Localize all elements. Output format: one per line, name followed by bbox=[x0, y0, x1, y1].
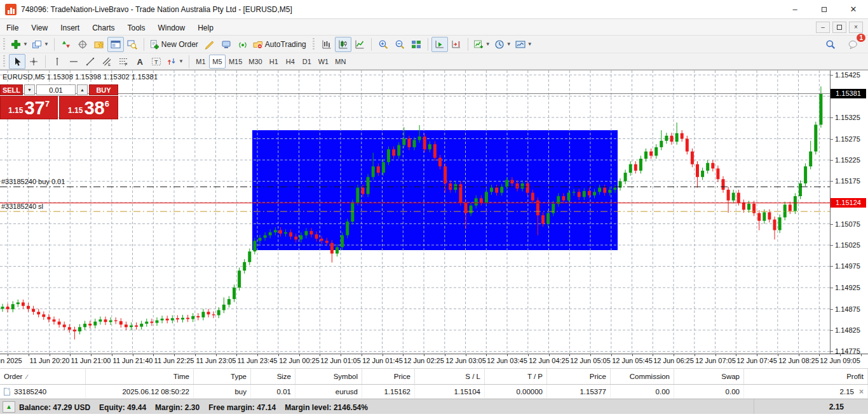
market-watch-button[interactable] bbox=[58, 37, 74, 52]
timeframe-m5[interactable]: M5 bbox=[209, 55, 226, 69]
timeframe-mn[interactable]: MN bbox=[332, 55, 349, 69]
metaeditor-button[interactable] bbox=[201, 37, 218, 52]
close-button[interactable]: ✕ bbox=[839, 0, 868, 19]
restore-button[interactable] bbox=[810, 0, 839, 19]
svg-text:#33185240 sl: #33185240 sl bbox=[1, 203, 43, 210]
autotrading-button[interactable]: AutoTrading bbox=[251, 37, 309, 52]
mdi-minimize-button[interactable]: – bbox=[816, 22, 830, 33]
community-button[interactable] bbox=[218, 37, 234, 52]
time-axis[interactable]: Jun 202511 Jun 20:2011 Jun 21:0011 Jun 2… bbox=[0, 354, 868, 366]
chevron-down-icon[interactable]: ▼ bbox=[23, 41, 28, 47]
column-header-time[interactable]: Time bbox=[86, 369, 194, 384]
column-header-type[interactable]: Type bbox=[194, 369, 251, 384]
volume-decrease-button[interactable]: ▼ bbox=[24, 84, 35, 95]
tile-windows-button[interactable] bbox=[408, 37, 424, 52]
text-label-button[interactable]: T bbox=[148, 54, 165, 69]
cursor-button[interactable] bbox=[9, 54, 25, 69]
profiles-button[interactable]: ▼ bbox=[30, 37, 51, 52]
signals-button[interactable] bbox=[234, 37, 251, 52]
menu-item-charts[interactable]: Charts bbox=[86, 21, 121, 35]
price-tick: 1.15225 bbox=[835, 156, 868, 164]
navigator-button[interactable] bbox=[91, 37, 107, 52]
timeframe-w1[interactable]: W1 bbox=[315, 55, 332, 69]
toolbar-grip[interactable] bbox=[2, 55, 7, 68]
templates-button[interactable]: ▼ bbox=[513, 37, 534, 52]
column-header-swap[interactable]: Swap bbox=[674, 369, 744, 384]
menu-item-window[interactable]: Window bbox=[152, 21, 192, 35]
horizontal-line-button[interactable] bbox=[65, 54, 82, 69]
new-chart-button[interactable]: ▼ bbox=[9, 37, 30, 52]
zoom-in-button[interactable] bbox=[375, 37, 391, 52]
column-header-commission[interactable]: Commission bbox=[611, 369, 674, 384]
text-icon: A bbox=[135, 57, 145, 67]
chevron-down-icon[interactable]: ▼ bbox=[485, 41, 491, 47]
timeframe-m30[interactable]: M30 bbox=[245, 55, 265, 69]
mdi-close-button[interactable]: × bbox=[849, 22, 863, 33]
column-header-profit[interactable]: Profit bbox=[744, 369, 868, 384]
time-tick bbox=[507, 354, 508, 356]
search-button[interactable] bbox=[822, 37, 839, 52]
column-header-symbol[interactable]: Symbol bbox=[295, 369, 362, 384]
timeframe-h1[interactable]: H1 bbox=[266, 55, 282, 69]
column-header-price[interactable]: Price bbox=[547, 369, 611, 384]
equidistant-channel-button[interactable]: E bbox=[98, 54, 115, 69]
bar-chart-button[interactable] bbox=[318, 37, 335, 52]
notifications-button[interactable]: 1 bbox=[845, 37, 862, 52]
toolbar-grip[interactable] bbox=[2, 38, 7, 51]
column-header-size[interactable]: Size bbox=[251, 369, 295, 384]
line-chart-button[interactable] bbox=[351, 37, 368, 52]
chevron-down-icon[interactable]: ▼ bbox=[506, 41, 512, 47]
chevron-down-icon[interactable]: ▼ bbox=[44, 41, 49, 47]
menu-item-file[interactable]: File bbox=[0, 21, 25, 35]
zoom-out-button[interactable] bbox=[391, 37, 408, 52]
chart-shift-button[interactable] bbox=[448, 37, 465, 52]
mdi-restore-button[interactable] bbox=[832, 22, 846, 33]
buy-button[interactable]: BUY bbox=[89, 84, 118, 95]
column-header-price[interactable]: Price bbox=[362, 369, 415, 384]
timeframe-m1[interactable]: M1 bbox=[193, 55, 209, 69]
text-button[interactable]: A bbox=[132, 54, 148, 69]
sort-indicator[interactable]: ∕ bbox=[26, 373, 27, 380]
chart-canvas[interactable]: #33185240 buy 0.01#33185240 sl bbox=[0, 70, 830, 354]
strategy-tester-button[interactable] bbox=[124, 37, 140, 52]
timeframe-d1[interactable]: D1 bbox=[299, 55, 315, 69]
sell-price-panel[interactable]: 1.15377 bbox=[0, 96, 58, 119]
timeframe-m15[interactable]: M15 bbox=[226, 55, 245, 69]
new-order-button[interactable]: New Order bbox=[147, 37, 201, 52]
toolbar-grip[interactable] bbox=[311, 38, 316, 51]
menu-item-view[interactable]: View bbox=[25, 21, 54, 35]
auto-scroll-button[interactable] bbox=[431, 37, 448, 52]
arrows-button[interactable]: ▼ bbox=[165, 54, 186, 69]
menu-item-insert[interactable]: Insert bbox=[54, 21, 86, 35]
periods-button[interactable]: ▼ bbox=[492, 37, 513, 52]
sell-button[interactable]: SELL bbox=[0, 84, 23, 95]
chevron-down-icon[interactable]: ▼ bbox=[527, 41, 532, 47]
column-header-s-l[interactable]: S / L bbox=[415, 369, 485, 384]
chevron-down-icon[interactable]: ▼ bbox=[179, 58, 184, 64]
volume-input[interactable]: 0.01 bbox=[36, 84, 76, 95]
order-row[interactable]: 331852402025.06.12 08:50:22buy0.01eurusd… bbox=[0, 385, 868, 399]
volume-increase-button[interactable]: ▲ bbox=[77, 84, 88, 95]
menu-item-tools[interactable]: Tools bbox=[121, 21, 152, 35]
status-segment: Free margin: 47.14 bbox=[208, 403, 276, 412]
buy-price-panel[interactable]: 1.15386 bbox=[59, 96, 118, 119]
vertical-line-button[interactable] bbox=[49, 54, 65, 69]
data-window-button[interactable] bbox=[74, 37, 91, 52]
time-tick bbox=[819, 354, 820, 356]
price-axis[interactable]: 1.154251.153751.153251.152751.152251.151… bbox=[830, 70, 868, 354]
terminal-button[interactable] bbox=[107, 37, 124, 52]
column-header-order[interactable]: Order∕ bbox=[0, 369, 86, 384]
minimize-button[interactable]: – bbox=[780, 0, 810, 19]
indicators-button[interactable]: ▼ bbox=[471, 37, 492, 52]
close-position-button[interactable]: × bbox=[859, 387, 864, 396]
data-window-icon bbox=[78, 39, 88, 50]
candlestick-chart-button[interactable] bbox=[335, 37, 351, 52]
timeframe-h4[interactable]: H4 bbox=[282, 55, 299, 69]
trendline-button[interactable] bbox=[82, 54, 98, 69]
fibonacci-button[interactable]: F bbox=[115, 54, 132, 69]
table-cell: 0.00 bbox=[674, 385, 744, 398]
menu-item-help[interactable]: Help bbox=[191, 21, 220, 35]
crosshair-button[interactable] bbox=[25, 54, 42, 69]
column-header-t-p[interactable]: T / P bbox=[485, 369, 547, 384]
svg-text:F: F bbox=[125, 62, 128, 67]
